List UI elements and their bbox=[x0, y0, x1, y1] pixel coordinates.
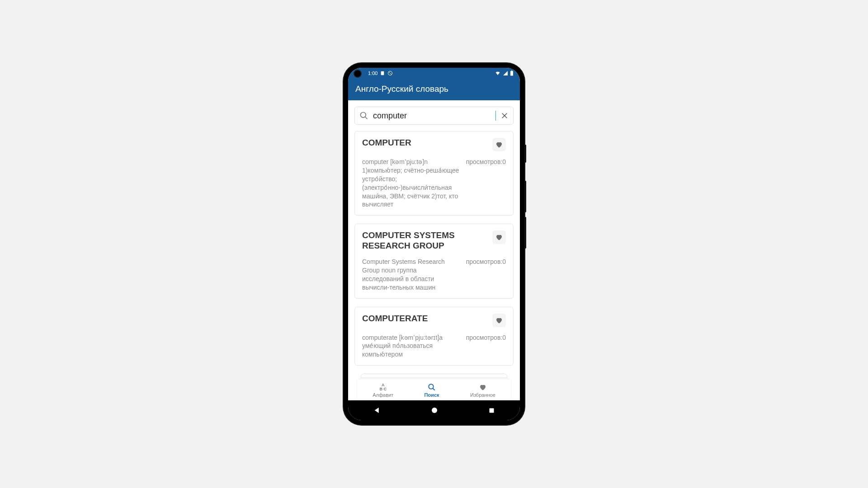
phone-frame: 1:00 Англо-Русский словарь bbox=[344, 63, 524, 425]
favorite-button[interactable] bbox=[492, 230, 506, 244]
heart-icon bbox=[495, 316, 503, 324]
search-icon bbox=[428, 383, 436, 391]
content-area: COMPUTER computer [kəmˈpju:tə]n 1)компью… bbox=[348, 100, 520, 400]
wifi-icon bbox=[495, 70, 501, 76]
battery-icon bbox=[510, 70, 514, 76]
text-caret bbox=[495, 111, 496, 121]
nav-label: Алфавит bbox=[373, 392, 393, 398]
result-title: COMPUTER SYSTEMS RESEARCH GROUP bbox=[362, 230, 488, 251]
result-views: просмотров:0 bbox=[466, 333, 506, 359]
app-title: Англо-Русский словарь bbox=[355, 84, 448, 94]
clear-icon[interactable] bbox=[500, 112, 509, 120]
favorite-button[interactable] bbox=[492, 314, 506, 327]
nav-favorites[interactable]: Избранное bbox=[470, 383, 495, 398]
nav-label: Поиск bbox=[425, 392, 439, 398]
result-views: просмотров:0 bbox=[466, 158, 506, 209]
back-button[interactable] bbox=[373, 406, 381, 414]
result-title: COMPUTER bbox=[362, 138, 411, 148]
svg-rect-3 bbox=[510, 71, 513, 75]
nav-alphabet[interactable]: AB C Алфавит bbox=[373, 383, 393, 398]
bottom-nav: AB C Алфавит Поиск Избранное bbox=[357, 380, 511, 400]
result-card-peek[interactable] bbox=[361, 374, 507, 378]
signal-icon bbox=[503, 70, 508, 76]
phone-side-button bbox=[524, 217, 526, 249]
svg-line-6 bbox=[365, 117, 368, 119]
app-bar: Англо-Русский словарь bbox=[348, 79, 520, 100]
system-nav-bar bbox=[348, 400, 520, 420]
heart-icon bbox=[495, 233, 503, 241]
result-title: COMPUTERATE bbox=[362, 314, 428, 324]
svg-rect-0 bbox=[381, 71, 384, 75]
result-card[interactable]: COMPUTER SYSTEMS RESEARCH GROUP Computer… bbox=[354, 224, 514, 298]
result-views: просмотров:0 bbox=[466, 258, 506, 292]
search-input[interactable] bbox=[373, 111, 495, 121]
svg-rect-12 bbox=[489, 408, 494, 413]
result-definition: Computer Systems Research Group noun гру… bbox=[362, 258, 460, 292]
result-definition: computerate [kəmˈpju:tərɪt]a уме́ющий по… bbox=[362, 333, 460, 359]
heart-icon bbox=[479, 383, 487, 391]
svg-line-2 bbox=[389, 72, 392, 75]
results-list: COMPUTER computer [kəmˈpju:tə]n 1)компью… bbox=[348, 125, 520, 385]
phone-camera bbox=[354, 70, 362, 78]
search-icon bbox=[359, 111, 368, 120]
status-notification-icon bbox=[380, 71, 385, 75]
svg-point-5 bbox=[361, 113, 366, 118]
svg-line-10 bbox=[433, 388, 435, 390]
result-card[interactable]: COMPUTER computer [kəmˈpju:tə]n 1)компью… bbox=[354, 131, 514, 216]
status-bar: 1:00 bbox=[348, 68, 520, 79]
home-button[interactable] bbox=[431, 407, 438, 414]
nav-search[interactable]: Поиск bbox=[425, 383, 439, 398]
status-time: 1:00 bbox=[368, 70, 377, 76]
svg-rect-4 bbox=[511, 70, 512, 71]
recent-button[interactable] bbox=[488, 407, 495, 414]
alphabet-icon: AB C bbox=[379, 383, 387, 391]
svg-point-9 bbox=[429, 384, 434, 389]
result-definition: computer [kəmˈpju:tə]n 1)компью́тер; счё… bbox=[362, 158, 460, 209]
favorite-button[interactable] bbox=[492, 138, 506, 151]
status-dnd-icon bbox=[387, 70, 393, 76]
svg-point-11 bbox=[432, 408, 437, 413]
phone-side-button bbox=[524, 145, 526, 163]
phone-side-button bbox=[524, 181, 526, 212]
result-card[interactable]: COMPUTERATE computerate [kəmˈpju:tərɪt]a… bbox=[354, 307, 514, 366]
search-box[interactable] bbox=[354, 107, 514, 125]
phone-screen: 1:00 Англо-Русский словарь bbox=[348, 68, 520, 420]
heart-icon bbox=[495, 141, 503, 149]
nav-label: Избранное bbox=[470, 392, 495, 398]
